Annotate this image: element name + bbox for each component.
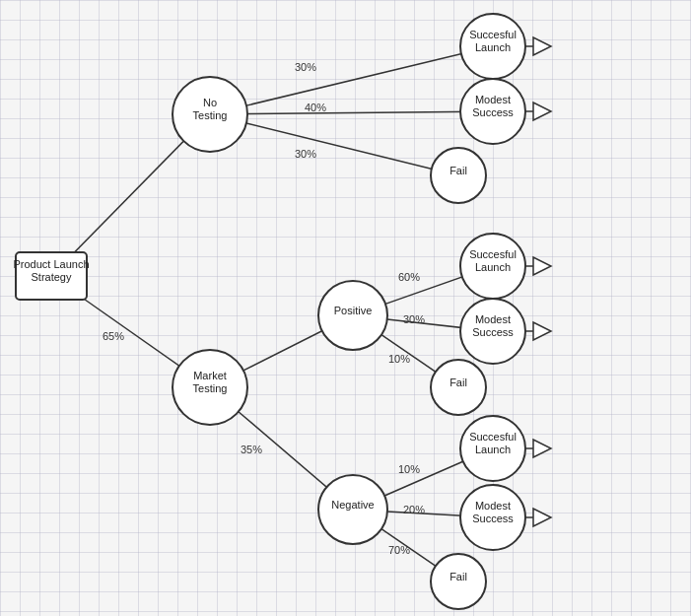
node-label-root-line1: Strategy [32, 271, 72, 283]
terminal-triangle-sl1 [533, 37, 551, 55]
node-label-ms3-line0: Modest [475, 500, 511, 512]
node-label-sl3-line1: Launch [475, 444, 511, 455]
edge-label-negative-sl3: 10% [398, 463, 420, 475]
node-label-positive-line0: Positive [334, 305, 373, 316]
node-label-sl2-line1: Launch [475, 261, 511, 273]
node-label-ms1-line1: Success [472, 106, 514, 118]
node-label-noTesting-line1: Testing [193, 109, 228, 121]
node-label-marketTesting-line1: Testing [193, 382, 228, 394]
edge-label-noTesting-f1: 30% [295, 148, 316, 160]
edge-label-root-marketTesting: 65% [103, 330, 124, 342]
tree-container: 65%30%40%30%35%60%30%10%10%20%70%Product… [0, 0, 691, 616]
node-label-marketTesting-line0: Market [193, 370, 227, 381]
node-label-sl1-line0: Succesful [469, 29, 517, 40]
edge-label-noTesting-ms1: 40% [305, 102, 326, 113]
node-label-f2-line0: Fail [449, 376, 467, 388]
node-label-sl2-line0: Succesful [469, 248, 517, 260]
node-label-ms3-line1: Success [472, 513, 514, 524]
node-label-sl3-line0: Succesful [469, 431, 517, 443]
edge-label-positive-ms2: 30% [403, 313, 425, 325]
node-label-ms2-line0: Modest [475, 313, 511, 325]
edge-label-negative-f3: 70% [388, 544, 410, 556]
edge-label-noTesting-sl1: 30% [295, 61, 316, 73]
decision-tree-svg: 65%30%40%30%35%60%30%10%10%20%70%Product… [0, 0, 691, 616]
node-label-f1-line0: Fail [449, 165, 467, 176]
node-label-sl1-line1: Launch [475, 41, 511, 53]
edge-label-negative-ms3: 20% [403, 504, 425, 515]
node-label-ms1-line0: Modest [475, 94, 511, 105]
edge-label-positive-sl2: 60% [398, 271, 420, 283]
node-label-negative-line0: Negative [331, 499, 374, 511]
terminal-triangle-ms2 [533, 322, 551, 340]
node-label-root-line0: Product Launch [13, 258, 89, 270]
edge-label-positive-f2: 10% [388, 353, 410, 365]
terminal-triangle-sl2 [533, 257, 551, 275]
edge-label-marketTesting-negative: 35% [241, 444, 262, 455]
terminal-triangle-ms3 [533, 509, 551, 526]
terminal-triangle-sl3 [533, 440, 551, 457]
node-label-f3-line0: Fail [449, 571, 467, 582]
node-label-noTesting-line0: No [203, 97, 217, 108]
terminal-triangle-ms1 [533, 103, 551, 120]
node-label-ms2-line1: Success [472, 326, 514, 338]
